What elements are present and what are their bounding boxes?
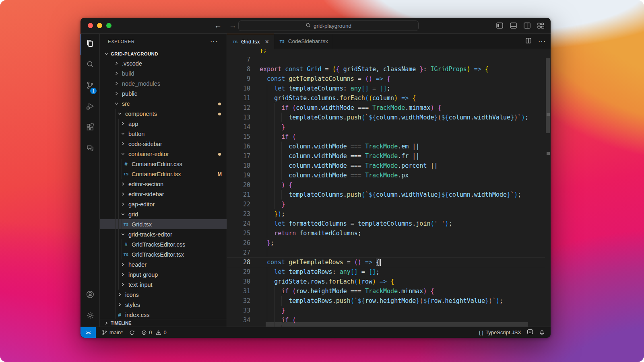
code-line-partial[interactable]: };: [227, 49, 545, 55]
tab-more-actions-icon[interactable]: ···: [538, 38, 546, 45]
folder-item-header[interactable]: header: [100, 259, 227, 269]
file-item-containereditor.css[interactable]: #ContainerEditor.css: [100, 159, 227, 169]
code-line-26[interactable]: 26 };: [227, 238, 545, 248]
remote-indicator[interactable]: ><: [80, 327, 96, 338]
toggle-secondary-sidebar-icon[interactable]: [524, 23, 530, 29]
code-line-22[interactable]: 22 }: [227, 200, 545, 209]
folder-item-input-group[interactable]: input-group: [100, 269, 227, 280]
code-line-7[interactable]: 7: [227, 55, 545, 64]
folder-item-node_modules[interactable]: node_modules: [100, 78, 227, 88]
folder-item-styles[interactable]: styles: [100, 300, 227, 310]
status-bar: >< main* 0 0 { }: [80, 327, 551, 338]
activity-bar-item-run-and-debug[interactable]: [80, 97, 99, 117]
code-line-13[interactable]: 13 templateColumns.push(`${column.widthM…: [227, 113, 545, 122]
code-line-28[interactable]: 28 const getTemplateRows = () => {: [227, 257, 545, 267]
folder-item-gap-editor[interactable]: gap-editor: [100, 199, 227, 209]
code-line-8[interactable]: 8export const Grid = ({ gridState, class…: [227, 64, 545, 74]
code-line-11[interactable]: 11 gridState.columns.forEach((column) =>…: [227, 93, 545, 103]
minimize-window-button[interactable]: [97, 23, 102, 28]
warnings-icon: [155, 330, 161, 335]
file-item-containereditor.tsx[interactable]: TSContainerEditor.tsxM: [100, 169, 227, 179]
file-item-gridtrackseditor.tsx[interactable]: TSGridTracksEditor.tsx: [100, 249, 227, 259]
workspace-section-header[interactable]: GRID-PLAYGROUND: [100, 49, 227, 58]
line-number: 11: [227, 93, 250, 103]
code-line-18[interactable]: 18 column.widthMode === TrackMode.percen…: [227, 161, 545, 171]
folder-item-text-input[interactable]: text-input: [100, 280, 227, 290]
close-window-button[interactable]: [88, 23, 93, 28]
folder-item-build[interactable]: build: [100, 68, 227, 78]
folder-item-container-editor[interactable]: container-editor: [100, 149, 227, 159]
activity-bar-item-settings[interactable]: [80, 306, 99, 327]
zoom-window-button[interactable]: [106, 23, 111, 28]
code-line-24[interactable]: 24 let formattedColumns = templateColumn…: [227, 219, 545, 228]
activity-bar-item-extensions[interactable]: [80, 117, 99, 138]
folder-item-app[interactable]: app: [100, 119, 227, 129]
code-line-27[interactable]: 27: [227, 248, 545, 257]
folder-item-code-sidebar[interactable]: code-sidebar: [100, 139, 227, 149]
folder-item-src[interactable]: src: [100, 99, 227, 109]
code-line-19[interactable]: 19 column.widthMode === TrackMode.px: [227, 171, 545, 180]
code-line-31[interactable]: 31 if (row.heightMode === TrackMode.minm…: [227, 286, 545, 296]
activity-bar-item-search[interactable]: [80, 55, 99, 76]
code-line-14[interactable]: 14 }: [227, 122, 545, 132]
code-line-29[interactable]: 29 let templateRows: any[] = [];: [227, 267, 545, 277]
explorer-more-actions-icon[interactable]: ···: [210, 38, 218, 45]
activity-bar-item-accounts[interactable]: [80, 285, 99, 306]
problems-status-item[interactable]: 0 0: [141, 329, 166, 335]
code-line-33[interactable]: 33 }: [227, 306, 545, 315]
timeline-section-header[interactable]: TIMELINE: [100, 319, 227, 327]
language-mode-item[interactable]: { } TypeScript JSX: [479, 329, 521, 335]
line-number: 27: [227, 248, 250, 257]
run-debug-icon: [85, 101, 95, 113]
sync-status-item[interactable]: [129, 330, 135, 335]
activity-bar-item-comments[interactable]: [80, 138, 99, 159]
code-line-34[interactable]: 34 if (: [227, 315, 545, 325]
code-line-9[interactable]: 9 const getTemplateColumns = () => {: [227, 74, 545, 84]
vertical-scrollbar[interactable]: [546, 58, 550, 133]
folder-item-editor-section[interactable]: editor-section: [100, 179, 227, 189]
code-line-text: let formattedColumns = templateColumns.j…: [260, 219, 545, 228]
close-tab-icon[interactable]: ×: [265, 38, 269, 45]
editor-tab-codesidebar.tsx[interactable]: TSCodeSidebar.tsx: [274, 34, 333, 49]
code-line-32[interactable]: 32 templateRows.push(`${row.heightMode}(…: [227, 296, 545, 306]
command-center-search[interactable]: grid-playground: [238, 21, 419, 31]
folder-item-button[interactable]: button: [100, 129, 227, 139]
toggle-primary-sidebar-icon[interactable]: [496, 23, 503, 29]
code-line-21[interactable]: 21 templateColumns.push(`${column.widthV…: [227, 190, 545, 200]
code-line-16[interactable]: 16 column.widthMode === TrackMode.em ||: [227, 142, 545, 151]
code-line-20[interactable]: 20 ) {: [227, 180, 545, 190]
notifications-bell-icon[interactable]: [539, 329, 545, 336]
code-line-15[interactable]: 15 if (: [227, 132, 545, 142]
code-line-25[interactable]: 25 return formattedColumns;: [227, 228, 545, 238]
activity-bar-item-explorer[interactable]: [80, 34, 99, 55]
customize-layout-icon[interactable]: [537, 23, 544, 29]
back-arrow-icon[interactable]: ←: [214, 21, 222, 30]
file-item-grid.tsx[interactable]: TSGrid.tsx: [100, 219, 227, 229]
code-line-10[interactable]: 10 let templateColumns: any[] = [];: [227, 84, 545, 93]
folder-item-public[interactable]: public: [100, 88, 227, 99]
forward-arrow-icon[interactable]: →: [229, 21, 237, 30]
folder-item-components[interactable]: components: [100, 109, 227, 119]
code-editor[interactable]: };78export const Grid = ({ gridState, cl…: [227, 49, 551, 327]
code-line-17[interactable]: 17 column.widthMode === TrackMode.fr ||: [227, 151, 545, 161]
toggle-panel-icon[interactable]: [510, 23, 517, 29]
folder-item-editor-sidebar[interactable]: editor-sidebar: [100, 189, 227, 199]
code-line-23[interactable]: 23 });: [227, 209, 545, 219]
chevron-down-icon: [120, 212, 126, 216]
code-line-12[interactable]: 12 if (column.widthMode === TrackMode.mi…: [227, 103, 545, 113]
feedback-icon[interactable]: [527, 329, 533, 336]
file-item-gridtrackseditor.css[interactable]: #GridTracksEditor.css: [100, 239, 227, 249]
line-number: 10: [227, 84, 250, 93]
chevron-down-icon: [120, 232, 126, 237]
activity-bar-item-source-control[interactable]: 1: [80, 76, 99, 97]
branch-status-item[interactable]: main*: [101, 329, 123, 335]
split-editor-icon[interactable]: [525, 37, 532, 45]
editor-tab-grid.tsx[interactable]: TSGrid.tsx×: [227, 34, 274, 49]
code-line-35[interactable]: 35 row.heightMode === TrackMode.em ||: [227, 325, 545, 327]
folder-item-.vscode[interactable]: .vscode: [100, 58, 227, 68]
file-item-index.css[interactable]: #index.css: [100, 310, 227, 319]
folder-item-icons[interactable]: icons: [100, 290, 227, 300]
folder-item-grid-tracks-editor[interactable]: grid-tracks-editor: [100, 229, 227, 239]
folder-item-grid[interactable]: grid: [100, 209, 227, 219]
code-line-30[interactable]: 30 gridState.rows.forEach((row) => {: [227, 277, 545, 286]
